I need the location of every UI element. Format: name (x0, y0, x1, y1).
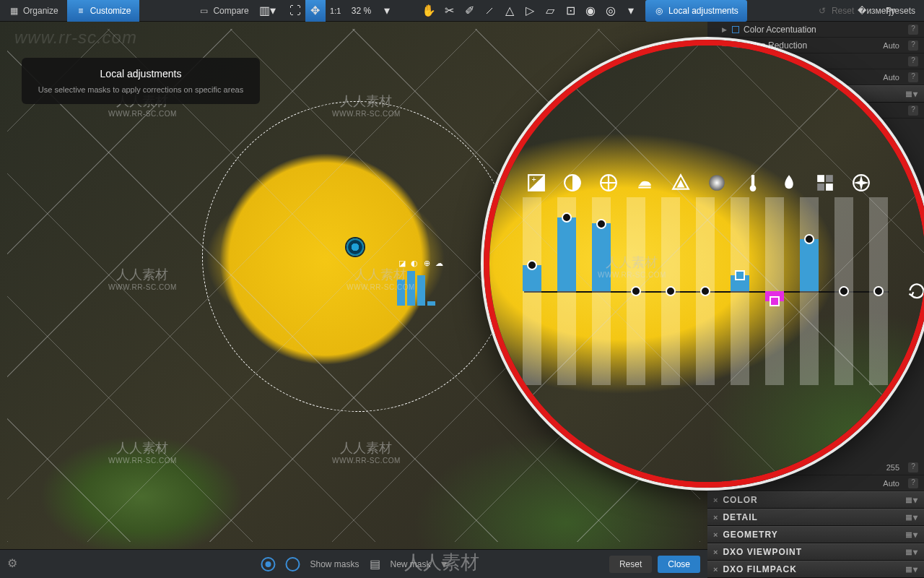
tooltip-body: Use selective masks to apply corrections… (36, 85, 245, 94)
svg-rect-6 (638, 186, 650, 188)
eq-track-vibrancy[interactable] (657, 197, 684, 385)
perspective-h-icon[interactable]: ▷ (520, 0, 540, 22)
zoom-callout: 人人素材WWW.RR-SC.COM + (484, 40, 924, 488)
grid-icon: ▦ (9, 6, 19, 16)
contrast-icon[interactable] (562, 172, 583, 194)
warmth-icon[interactable] (742, 172, 764, 194)
compare-button[interactable]: ▭ Compare (190, 0, 257, 22)
svg-rect-13 (826, 184, 833, 191)
perspective-v-icon[interactable]: △ (500, 0, 520, 22)
mask-mode-1-icon[interactable] (261, 557, 275, 571)
customize-label: Customize (90, 6, 131, 16)
exposure-icon[interactable]: + (526, 172, 547, 194)
clearview-icon[interactable] (634, 172, 655, 194)
blur-icon[interactable] (850, 172, 872, 194)
mini-equalizer-icons: ◪ ◐ ⊕ ☁ (397, 259, 444, 269)
customize-tab[interactable]: ≡ Customize (67, 0, 140, 22)
eq-track-hue[interactable] (796, 197, 823, 385)
eq-track-warmth[interactable] (726, 197, 754, 385)
hand-tool-icon[interactable]: ✋ (419, 0, 439, 22)
top-toolbar: ▦ Organize ≡ Customize ▭ Compare ▥▾ ⛶ ✥ … (0, 0, 924, 22)
eq-track-tint[interactable] (761, 197, 788, 385)
presets-button[interactable]: �између Presets (863, 0, 924, 22)
eq-track-micro[interactable] (588, 197, 615, 385)
eq-track-sharpness[interactable] (865, 197, 892, 385)
presets-label: Presets (886, 6, 915, 16)
rectangle-icon[interactable]: ▱ (540, 0, 560, 22)
crop-tool-icon[interactable]: ✂ (439, 0, 459, 22)
close-button[interactable]: Close (658, 556, 700, 573)
reset-button[interactable]: Reset (609, 556, 652, 573)
presets-icon: �између (871, 6, 881, 16)
organize-tab[interactable]: ▦ Organize (0, 0, 67, 22)
eye-icon[interactable]: ◉ (580, 0, 601, 22)
local-adjustments-label: Local adjustments (668, 6, 738, 16)
equalizer[interactable] (518, 197, 924, 385)
show-masks-toggle[interactable]: Show masks (310, 559, 359, 569)
eq-track-blur[interactable] (830, 197, 858, 385)
chevron-down-icon[interactable]: ▾ (441, 557, 447, 571)
fit-screen-icon[interactable]: ⛶ (285, 0, 305, 22)
reset-label: Reset (832, 6, 854, 16)
mask-mode-2-icon[interactable] (285, 557, 300, 571)
svg-text:+: + (532, 175, 536, 184)
mask-ring[interactable] (202, 101, 513, 412)
eq-track-saturation[interactable] (692, 197, 719, 385)
svg-rect-8 (751, 175, 754, 186)
sliders-icon: ≡ (76, 6, 86, 16)
zoom-dropdown-icon[interactable]: ▾ (377, 0, 397, 22)
target-icon: ◎ (654, 6, 664, 16)
panel-row[interactable]: ▶Color Accentuation? (707, 22, 924, 38)
svg-point-9 (750, 185, 757, 191)
local-adjustments-button[interactable]: ◎ Local adjustments (645, 0, 747, 22)
vibrancy-icon[interactable] (670, 172, 692, 194)
eq-track-clearview[interactable] (622, 197, 650, 385)
organize-label: Organize (23, 6, 58, 16)
eq-track-contrast[interactable] (553, 197, 580, 385)
tooltip: Local adjustments Use selective masks to… (22, 58, 260, 104)
section-color[interactable]: ×COLOR≣▾ (707, 491, 924, 509)
section-detail[interactable]: ×DETAIL≣▾ (707, 509, 924, 526)
bottom-bar: ⚙ Show masks ▤ New mask ▾ Reset Close (0, 549, 707, 578)
clearview-icon: ☁ (434, 259, 444, 269)
undo-icon: ↺ (817, 6, 827, 16)
section-dxo-viewpoint[interactable]: ×DXO VIEWPOINT≣▾ (707, 543, 924, 561)
exposure-icon: ◪ (397, 259, 407, 269)
menu-icon[interactable]: ≣▾ (905, 89, 918, 99)
micro-icon: ⊕ (422, 259, 432, 269)
contrast-icon: ◐ (409, 259, 419, 269)
eq-track-exposure[interactable] (518, 197, 546, 385)
eyedropper-icon[interactable]: ✐ (459, 0, 479, 22)
control-point-pin[interactable] (346, 238, 364, 256)
layout-dropdown[interactable]: ▥▾ (258, 0, 278, 22)
gear-icon[interactable]: ⚙ (7, 556, 23, 572)
saturation-icon[interactable] (706, 172, 728, 194)
compare-icon: ▭ (199, 6, 209, 16)
svg-rect-10 (817, 175, 824, 182)
layers-icon[interactable]: ▤ (370, 557, 380, 571)
section-geometry[interactable]: ×GEOMETRY≣▾ (707, 526, 924, 543)
compare-label: Compare (213, 6, 248, 16)
reset-button[interactable]: ↺ Reset (808, 0, 863, 22)
svg-rect-11 (826, 175, 833, 182)
microcontrast-icon[interactable] (598, 172, 619, 194)
section-dxo-filmpack[interactable]: ×DXO FILMPACK≣▾ (707, 561, 924, 578)
hue-icon[interactable] (814, 172, 836, 194)
tint-icon[interactable] (778, 172, 800, 194)
equalizer-icons: + (526, 172, 872, 194)
spot-tool-icon[interactable]: ◎ (601, 0, 621, 22)
mini-equalizer[interactable] (397, 271, 435, 306)
zoom-level[interactable]: 32 % (346, 6, 377, 16)
svg-rect-12 (817, 184, 824, 191)
horizon-tool-icon[interactable]: ⟋ (479, 0, 500, 22)
dropdown-icon[interactable]: ▾ (621, 0, 641, 22)
tooltip-title: Local adjustments (36, 68, 245, 79)
reset-eq-icon[interactable] (907, 280, 924, 302)
new-mask-button[interactable]: New mask (391, 559, 431, 569)
svg-point-7 (709, 175, 725, 191)
point-icon[interactable]: ⊡ (560, 0, 580, 22)
zoom-1-1[interactable]: 1:1 (326, 0, 346, 22)
move-tool-icon[interactable]: ✥ (305, 0, 326, 22)
